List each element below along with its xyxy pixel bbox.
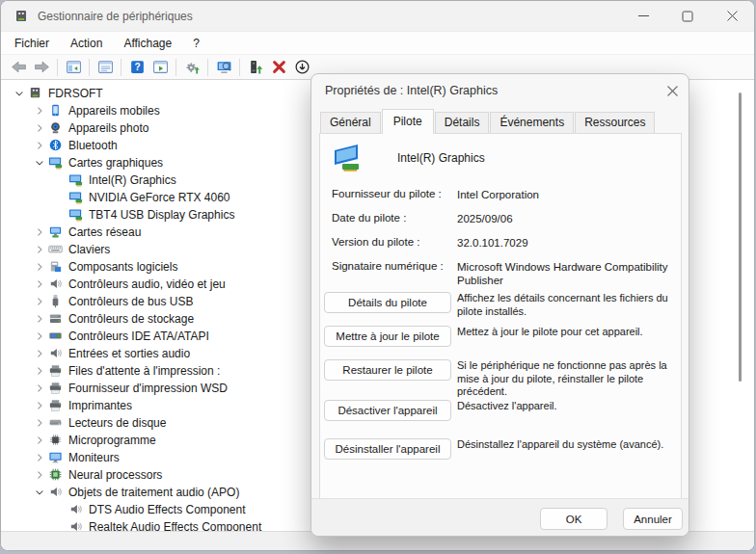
display-adapter-icon [68,172,84,188]
chevron-right-icon[interactable] [31,138,48,153]
menu-item-?[interactable]: ? [182,34,210,53]
chevron-right-icon[interactable] [31,329,48,344]
update-driver-icon[interactable] [244,57,267,78]
tree-item-label: NVIDIA GeForce RTX 4060 [89,191,230,204]
tab-détails[interactable]: Détails [435,112,490,133]
close-icon[interactable] [710,1,754,32]
tree-item-label: Claviers [68,243,110,256]
computer-search-icon[interactable] [212,57,235,78]
properties-dialog: Propriétés de : Intel(R) Graphics Généra… [310,73,689,537]
tree-item-label: Moniteurs [68,451,120,464]
ok-button[interactable]: OK [540,508,608,530]
driver-details-button[interactable]: Détails du pilote [324,292,451,313]
disable-device-button[interactable]: Désactiver l'appareil [324,400,451,421]
menu-item-action[interactable]: Action [60,34,113,53]
tab-pilote[interactable]: Pilote [382,109,434,134]
chevron-right-icon[interactable] [31,294,48,309]
tab-général[interactable]: Général [320,112,381,133]
window-title: Gestionnaire de périphériques [38,10,193,23]
menu-item-fichier[interactable]: Fichier [4,34,60,53]
toolbar-separator [121,59,122,76]
chevron-right-icon[interactable] [31,224,48,240]
chevron-down-icon[interactable] [11,86,28,101]
driver-field-label: Fournisseur du pilote : [332,188,442,199]
tree-item-label: Imprimantes [68,399,132,412]
dialog-title: Propriétés de : Intel(R) Graphics [325,84,498,97]
driver-field-label: Date du pilote : [332,212,406,224]
forward-icon[interactable] [30,57,53,78]
update-driver-button[interactable]: Mettre à jour le pilote [324,326,451,347]
titlebar: Gestionnaire de périphériques [1,1,754,32]
dialog-tabs: GénéralPiloteDétailsÉvénementsRessources [320,108,656,133]
tree-item-label: Files d'attente à l'impression : [68,364,220,378]
toolbar-separator [57,59,58,76]
tree-item-label: Bluetooth [68,139,118,152]
toolbar-separator [239,59,240,76]
driver-field-value: Intel Corporation [457,188,671,201]
chevron-right-icon[interactable] [31,103,48,119]
disk-drive-icon [48,415,64,431]
chevron-down-icon[interactable] [31,485,48,500]
menu-bar: FichierActionAffichage? [1,32,754,55]
chevron-right-icon[interactable] [31,398,48,413]
chevron-down-icon[interactable] [31,155,48,171]
tree-scrollbar[interactable] [739,92,742,382]
usb-icon [48,294,64,309]
toolbar-separator [207,59,208,76]
disable-device-icon[interactable] [290,57,313,78]
back-icon[interactable] [7,57,30,78]
driver-action-description: Mettez à jour le pilote pour cet apparei… [457,326,673,339]
action-pane-icon[interactable] [148,57,172,78]
driver-action-description: Désinstallez l'appareil du système (avan… [457,438,673,452]
tree-item-label: Composants logiciels [68,260,177,274]
tree-item-label: Fournisseur d'impression WSD [68,382,228,395]
storage-controller-icon [48,311,64,327]
console-tree-icon[interactable] [62,57,85,78]
svg-text:?: ? [134,62,140,72]
dialog-footer: OK Annuler [311,498,688,536]
speaker-icon [68,502,84,517]
tab-événements[interactable]: Événements [490,112,574,133]
uninstall-icon[interactable] [267,57,290,78]
chevron-right-icon[interactable] [31,242,48,257]
chevron-right-icon[interactable] [31,346,48,361]
cancel-button[interactable]: Annuler [623,508,683,530]
tab-ressources[interactable]: Ressources [575,112,655,133]
chevron-spacer [51,502,68,517]
tree-item-label: DTS Audio Effects Component [89,503,246,516]
chevron-right-icon[interactable] [31,381,48,396]
help-icon[interactable]: ? [125,57,148,78]
tree-item-label: Contrôleurs de bus USB [68,295,193,308]
menu-item-affichage[interactable]: Affichage [113,34,182,53]
uninstall-device-button[interactable]: Désinstaller l'appareil [324,438,451,460]
driver-field-label: Version du pilote : [332,236,419,248]
window-controls [621,1,754,32]
tree-item-label: Appareils photo [68,121,148,135]
device-name: Intel(R) Graphics [397,151,485,165]
toolbar-separator [176,59,176,76]
speaker-icon [48,277,64,292]
minimize-icon[interactable] [621,1,665,32]
driver-field-value: 2025/09/06 [457,212,671,225]
properties-icon[interactable] [94,57,117,78]
chevron-right-icon[interactable] [31,277,48,292]
speaker-icon [48,346,64,361]
chevron-right-icon[interactable] [31,259,48,275]
chevron-right-icon[interactable] [31,363,48,379]
roll-back-driver-button[interactable]: Restaurer le pilote [324,359,451,381]
chevron-right-icon[interactable] [31,450,48,465]
monitor-icon [48,450,64,465]
chevron-right-icon[interactable] [31,415,48,431]
dialog-close-icon[interactable] [656,76,688,105]
chevron-right-icon[interactable] [31,120,48,136]
scan-hardware-icon[interactable] [180,57,203,78]
chevron-right-icon[interactable] [31,433,48,448]
printer-icon [48,381,64,396]
speaker-icon [68,519,84,531]
graphics-card-icon [332,142,370,174]
chevron-right-icon[interactable] [31,311,48,327]
chevron-right-icon[interactable] [31,467,48,483]
display-adapter-icon [68,190,84,205]
maximize-icon[interactable] [665,1,710,32]
tree-item-label: Cartes graphiques [68,156,163,170]
